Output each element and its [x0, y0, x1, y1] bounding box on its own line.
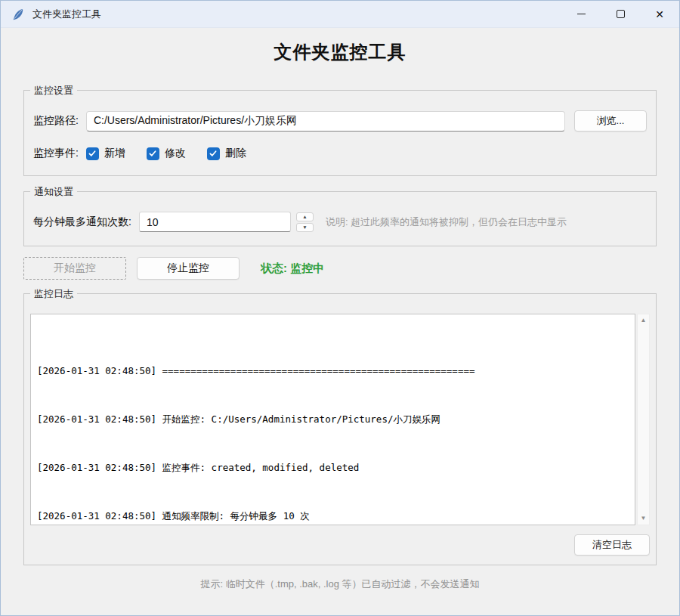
close-button[interactable]: ✕ [640, 1, 679, 27]
log-group: 监控日志 [2026-01-31 02:48:50] =============… [23, 293, 657, 565]
event-checkbox[interactable]: 删除 [207, 147, 246, 160]
checkbox-checked-icon[interactable] [207, 147, 220, 160]
window-controls: ✕ [561, 1, 679, 27]
arrow-up-icon: ▲ [302, 214, 307, 219]
checkbox-checked-icon[interactable] [86, 147, 99, 160]
maximize-icon [617, 10, 625, 18]
log-line: [2026-01-31 02:48:50] 开始监控: C:/Users/Adm… [37, 413, 629, 426]
clear-log-button[interactable]: 清空日志 [574, 534, 650, 556]
log-text-widget[interactable]: [2026-01-31 02:48:50] ==================… [30, 314, 635, 525]
rate-spinner: ▲ ▼ [296, 212, 314, 232]
checkbox-label: 删除 [225, 147, 246, 160]
actions-row: 开始监控 停止监控 状态: 监控中 [23, 257, 657, 280]
checkbox-label: 修改 [165, 147, 186, 160]
arrow-down-icon: ▼ [302, 224, 307, 230]
notification-settings-group-label: 通知设置 [30, 185, 77, 199]
log-line: [2026-01-31 02:48:50] 通知频率限制: 每分钟最多 10 次 [37, 510, 629, 522]
event-checkbox[interactable]: 修改 [147, 147, 186, 160]
page-title: 文件夹监控工具 [1, 40, 679, 64]
minimize-icon [577, 14, 586, 14]
clear-row: 清空日志 [30, 534, 650, 556]
notification-settings-group: 通知设置 每分钟最多通知次数: ▲ ▼ 说明: 超过此频率的通知将被抑制，但仍会… [23, 191, 657, 246]
event-checkbox[interactable]: 新增 [86, 147, 125, 160]
titlebar: 文件夹监控工具 ✕ [1, 1, 679, 28]
event-checkbox-list: 新增 修改 删除 [86, 147, 246, 160]
minimize-button[interactable] [561, 1, 601, 27]
checkbox-checked-icon[interactable] [147, 147, 159, 160]
footer-hint: 提示: 临时文件（.tmp, .bak, .log 等）已自动过滤，不会发送通知 [1, 577, 679, 591]
log-group-label: 监控日志 [30, 287, 77, 301]
scrollbar-down-icon[interactable]: ▼ [641, 515, 647, 522]
events-row: 监控事件: 新增 修改 [33, 147, 647, 160]
browse-button[interactable]: 浏览... [574, 110, 647, 132]
path-input[interactable] [86, 111, 565, 132]
log-line: [2026-01-31 02:48:50] ==================… [37, 365, 629, 377]
rate-spinbox-input[interactable] [139, 212, 291, 232]
maximize-button[interactable] [601, 1, 640, 27]
monitor-settings-group: 监控设置 监控路径: 浏览... 监控事件: 新增 修改 [23, 90, 657, 176]
python-tk-feather-icon [11, 8, 25, 21]
close-icon: ✕ [655, 9, 664, 20]
start-button[interactable]: 开始监控 [23, 257, 126, 280]
log-area: [2026-01-31 02:48:50] ==================… [30, 314, 650, 525]
path-row: 监控路径: 浏览... [33, 110, 647, 132]
status-badge: 状态: 监控中 [261, 262, 324, 276]
window-title: 文件夹监控工具 [32, 8, 101, 21]
rate-row: 每分钟最多通知次数: ▲ ▼ 说明: 超过此频率的通知将被抑制，但仍会在日志中显… [33, 212, 647, 232]
rate-hint: 说明: 超过此频率的通知将被抑制，但仍会在日志中显示 [326, 215, 567, 229]
spin-down-button[interactable]: ▼ [296, 223, 314, 232]
log-scrollbar[interactable]: ▲ ▼ [637, 314, 650, 525]
rate-label: 每分钟最多通知次数: [33, 215, 131, 229]
spin-up-button[interactable]: ▲ [296, 212, 314, 221]
stop-button[interactable]: 停止监控 [137, 257, 240, 280]
monitor-settings-group-label: 监控设置 [30, 84, 77, 98]
checkbox-label: 新增 [104, 147, 125, 160]
scrollbar-up-icon[interactable]: ▲ [641, 317, 647, 323]
events-label: 监控事件: [33, 147, 79, 160]
log-line: [2026-01-31 02:48:50] 监控事件: created, mod… [37, 462, 629, 474]
path-label: 监控路径: [33, 114, 79, 128]
